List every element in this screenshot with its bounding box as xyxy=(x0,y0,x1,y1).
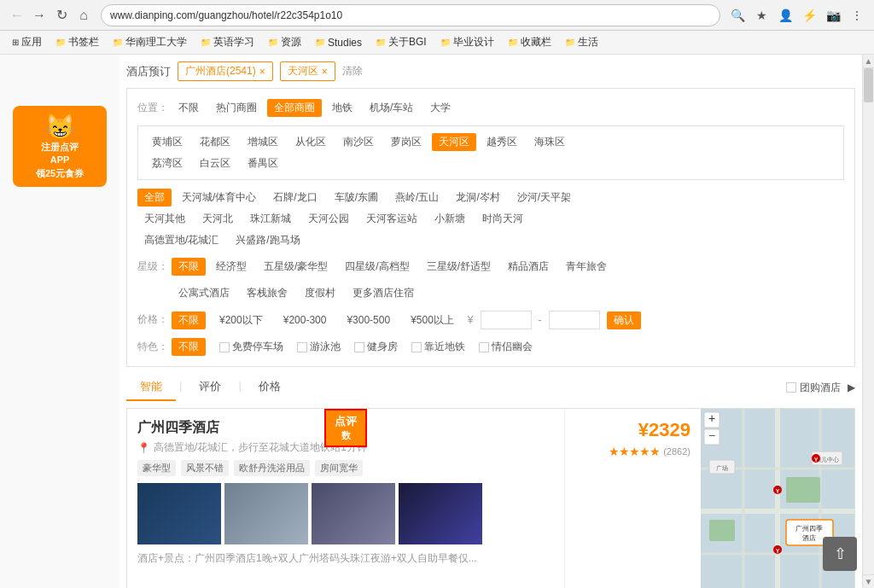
district-5[interactable]: 萝岗区 xyxy=(384,133,428,151)
subarea-4[interactable]: 燕岭/五山 xyxy=(388,189,446,207)
district-0[interactable]: 黄埔区 xyxy=(145,133,189,151)
subarea-15[interactable]: 兴盛路/跑马场 xyxy=(229,231,306,249)
district-10[interactable]: 白云区 xyxy=(193,154,237,172)
reload-button[interactable]: ↻ xyxy=(51,5,72,26)
location-tag-4[interactable]: 机场/车站 xyxy=(363,99,420,117)
subarea-7[interactable]: 天河其他 xyxy=(137,210,192,228)
special-metro[interactable]: 靠近地铁 xyxy=(411,340,465,354)
price-tag-1[interactable]: ¥200-300 xyxy=(277,312,334,328)
star-tag-0[interactable]: 不限 xyxy=(172,258,206,276)
bookmark-favorites[interactable]: 📁 收藏栏 xyxy=(503,33,556,51)
star-tag-4[interactable]: 三星级/舒适型 xyxy=(420,258,498,276)
subarea-11[interactable]: 天河客运站 xyxy=(359,210,424,228)
scrollbar-up-button[interactable]: ▲ xyxy=(863,55,874,68)
subarea-5[interactable]: 龙洞/岑村 xyxy=(449,189,506,207)
price-tag-0[interactable]: ¥200以下 xyxy=(213,311,270,329)
special-gym[interactable]: 健身房 xyxy=(354,340,398,354)
subarea-10[interactable]: 天河公园 xyxy=(301,210,356,228)
subarea-14[interactable]: 高德置地/花城汇 xyxy=(137,231,225,249)
star-tag-r2-2[interactable]: 度假村 xyxy=(298,284,342,302)
area-search-tag[interactable]: 天河区 × xyxy=(280,61,335,81)
subarea-3[interactable]: 车陂/东圃 xyxy=(328,189,385,207)
special-pool[interactable]: 游泳池 xyxy=(297,340,341,354)
group-buy-checkbox[interactable]: 团购酒店 xyxy=(786,381,841,395)
bookmark-life[interactable]: 📁 生活 xyxy=(560,33,603,51)
price-min-input[interactable] xyxy=(481,311,532,329)
back-button[interactable]: ← xyxy=(7,5,27,26)
camera-icon[interactable]: 📷 xyxy=(823,5,843,26)
bookmark-graduation[interactable]: 📁 毕业设计 xyxy=(435,33,499,51)
price-confirm-button[interactable]: 确认 xyxy=(607,311,641,329)
booking-search-tag[interactable]: 广州酒店(2541) × xyxy=(178,61,273,81)
star-tag-6[interactable]: 青年旅舍 xyxy=(559,258,614,276)
subarea-6[interactable]: 沙河/天平架 xyxy=(510,189,578,207)
home-button[interactable]: ⌂ xyxy=(73,5,94,26)
extension-icon[interactable]: ⚡ xyxy=(799,5,819,26)
price-tag-3[interactable]: ¥500以上 xyxy=(404,311,461,329)
bookmark-english[interactable]: 📁 英语学习 xyxy=(195,33,259,51)
hotel-img-2[interactable] xyxy=(312,483,395,544)
special-couple[interactable]: 情侣幽会 xyxy=(479,340,533,354)
subarea-13[interactable]: 时尚天河 xyxy=(475,210,530,228)
search-icon[interactable]: 🔍 xyxy=(727,5,748,26)
bookmark-bar[interactable]: 📁 书签栏 xyxy=(50,33,104,51)
star-tag-3[interactable]: 四星级/高档型 xyxy=(338,258,416,276)
hotel-img-3[interactable] xyxy=(399,483,482,544)
ad-banner[interactable]: 😸 注册点评 APP 领25元食券 xyxy=(13,106,107,187)
special-parking[interactable]: 免费停车场 xyxy=(219,340,283,354)
price-tag-2[interactable]: ¥300-500 xyxy=(340,312,397,328)
location-tag-3[interactable]: 地铁 xyxy=(325,99,359,117)
star-tag-r2-0[interactable]: 公寓式酒店 xyxy=(172,284,236,302)
district-8[interactable]: 海珠区 xyxy=(527,133,572,151)
area-tag-close-icon[interactable]: × xyxy=(322,66,328,78)
bookmark-university[interactable]: 📁 华南理工大学 xyxy=(108,33,192,51)
district-11[interactable]: 番禺区 xyxy=(241,154,285,172)
tab-price[interactable]: 价格 xyxy=(245,374,294,401)
back-to-top-button[interactable]: ⇧ xyxy=(823,537,857,571)
bookmark-resources[interactable]: 📁 资源 xyxy=(263,33,306,51)
profile-icon[interactable]: 👤 xyxy=(775,5,795,26)
subarea-2[interactable]: 石牌/龙口 xyxy=(266,189,323,207)
special-active-tag[interactable]: 不限 xyxy=(172,338,206,356)
menu-icon[interactable]: ⋮ xyxy=(847,5,867,26)
district-1[interactable]: 花都区 xyxy=(193,133,237,151)
bookmark-studies[interactable]: 📁 Studies xyxy=(310,35,367,50)
tab-review[interactable]: 评价 xyxy=(185,374,235,401)
district-9[interactable]: 荔湾区 xyxy=(145,154,189,172)
location-tag-5[interactable]: 大学 xyxy=(423,99,457,117)
subarea-9[interactable]: 珠江新城 xyxy=(243,210,298,228)
district-6[interactable]: 天河区 xyxy=(432,133,476,151)
search-tag-close-icon[interactable]: × xyxy=(259,66,265,78)
star-tag-r2-1[interactable]: 客栈旅舍 xyxy=(240,284,294,302)
map-view-icon[interactable]: ▶ xyxy=(848,381,855,393)
district-2[interactable]: 增城区 xyxy=(241,133,285,151)
scrollbar-thumb[interactable] xyxy=(864,68,873,102)
subarea-12[interactable]: 小新塘 xyxy=(428,210,472,228)
bookmark-star-icon[interactable]: ★ xyxy=(751,5,772,26)
price-max-input[interactable] xyxy=(549,311,600,329)
location-tag-0[interactable]: 不限 xyxy=(172,99,206,117)
hotel-name-1[interactable]: 广州四季酒店 xyxy=(137,419,554,437)
hotel-img-1[interactable] xyxy=(224,483,308,544)
bookmark-apps[interactable]: ⊞ 应用 xyxy=(7,33,47,51)
star-tag-1[interactable]: 经济型 xyxy=(209,258,253,276)
star-tag-5[interactable]: 精品酒店 xyxy=(501,258,556,276)
scrollbar-down-button[interactable]: ▼ xyxy=(863,574,874,588)
address-bar[interactable]: www.dianping.com/guangzhou/hotel/r22c354… xyxy=(101,4,720,26)
forward-button[interactable]: → xyxy=(29,5,50,26)
bookmark-bgi[interactable]: 📁 关于BGI xyxy=(370,33,432,51)
hotel-img-0[interactable] xyxy=(137,483,221,544)
subarea-0[interactable]: 全部 xyxy=(137,189,172,207)
subarea-1[interactable]: 天河城/体育中心 xyxy=(175,189,263,207)
district-7[interactable]: 越秀区 xyxy=(480,133,524,151)
star-tag-r2-3[interactable]: 更多酒店住宿 xyxy=(346,284,421,302)
district-4[interactable]: 南沙区 xyxy=(336,133,381,151)
tab-smart[interactable]: 智能 xyxy=(126,374,176,401)
star-tag-2[interactable]: 五星级/豪华型 xyxy=(257,258,335,276)
subarea-8[interactable]: 天河北 xyxy=(195,210,240,228)
location-tag-1[interactable]: 热门商圈 xyxy=(209,99,264,117)
clear-link[interactable]: 清除 xyxy=(342,64,363,79)
price-tag-active[interactable]: 不限 xyxy=(172,311,206,329)
location-tag-2[interactable]: 全部商圈 xyxy=(267,99,322,117)
district-3[interactable]: 从化区 xyxy=(288,133,333,151)
